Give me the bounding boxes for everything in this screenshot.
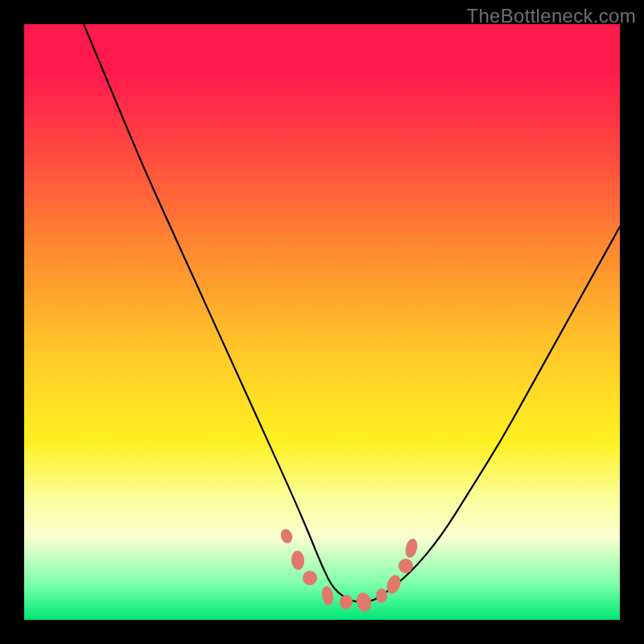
outer-frame: TheBottleneck.com [0,0,644,644]
plot-area [24,24,620,620]
watermark-text: TheBottleneck.com [466,5,636,27]
bottleneck-curve [24,24,620,620]
